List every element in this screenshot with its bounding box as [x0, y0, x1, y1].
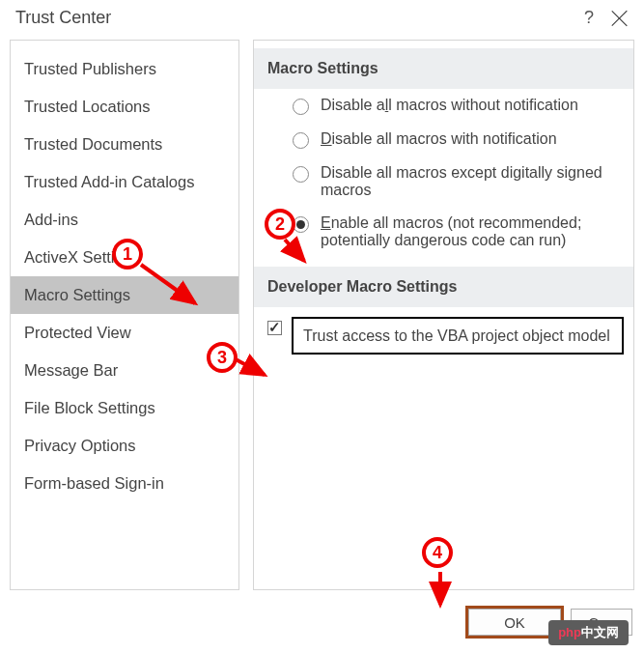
- radio-icon: [293, 166, 309, 183]
- sidebar-item-trusted-documents[interactable]: Trusted Documents: [11, 126, 238, 163]
- settings-panel: Macro Settings Disable all macros withou…: [253, 40, 634, 590]
- ok-button[interactable]: OK: [468, 609, 561, 636]
- checkbox-icon: [267, 321, 282, 335]
- dialog-body: Trusted Publishers Trusted Locations Tru…: [0, 40, 644, 590]
- sidebar-item-trusted-publishers[interactable]: Trusted Publishers: [11, 50, 238, 88]
- close-icon[interactable]: [611, 10, 629, 27]
- annotation-arrow-3: [236, 359, 278, 388]
- radio-icon: [293, 216, 309, 233]
- sidebar-item-form-based-signin[interactable]: Form-based Sign-in: [11, 465, 238, 502]
- radio-icon: [293, 99, 309, 115]
- checkbox-trust-vba-access[interactable]: Trust access to the VBA project object m…: [254, 307, 633, 364]
- section-header-macro-settings: Macro Settings: [254, 48, 633, 89]
- svg-line-2: [236, 359, 265, 375]
- window-title: Trust Center: [15, 8, 567, 28]
- sidebar-item-file-block-settings[interactable]: File Block Settings: [11, 389, 238, 427]
- sidebar-item-privacy-options[interactable]: Privacy Options: [11, 427, 238, 465]
- sidebar-item-trusted-locations[interactable]: Trusted Locations: [11, 88, 238, 126]
- title-bar: Trust Center ?: [0, 0, 644, 40]
- radio-disable-with-notification[interactable]: Disable all macros with notification: [254, 123, 633, 156]
- radio-label: Disable all macros with notification: [321, 130, 557, 148]
- sidebar-item-message-bar[interactable]: Message Bar: [11, 352, 238, 389]
- svg-line-1: [285, 240, 304, 261]
- watermark-badge: php中文网: [548, 620, 629, 645]
- radio-disable-except-signed[interactable]: Disable all macros except digitally sign…: [254, 156, 633, 207]
- sidebar-item-add-ins[interactable]: Add-ins: [11, 201, 238, 239]
- annotation-arrow-2: [285, 240, 323, 278]
- radio-label: Enable all macros (not recommended; pote…: [321, 214, 624, 249]
- svg-line-0: [141, 265, 195, 303]
- sidebar-item-trusted-addin-catalogs[interactable]: Trusted Add-in Catalogs: [11, 163, 238, 201]
- radio-disable-no-notification[interactable]: Disable all macros without notification: [254, 89, 633, 123]
- radio-icon: [293, 132, 309, 149]
- help-icon[interactable]: ?: [567, 8, 611, 28]
- sidebar-item-protected-view[interactable]: Protected View: [11, 314, 238, 352]
- annotation-arrow-1: [141, 259, 209, 317]
- radio-label: Disable all macros without notification: [321, 97, 578, 114]
- radio-label: Disable all macros except digitally sign…: [321, 164, 624, 199]
- checkbox-label: Trust access to the VBA project object m…: [292, 317, 624, 355]
- annotation-arrow-4: [436, 572, 456, 614]
